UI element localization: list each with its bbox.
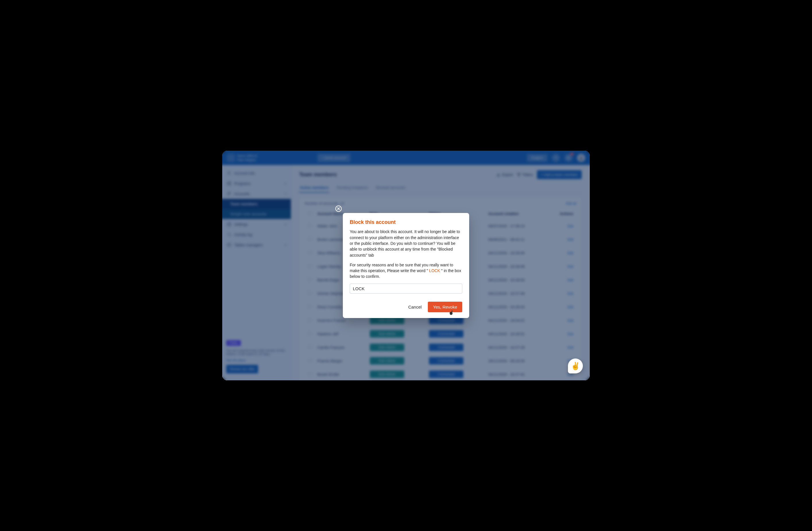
revoke-button[interactable]: Yes, Revoke [428, 302, 462, 312]
modal-paragraph-2: For security reasons and to be sure that… [350, 262, 462, 280]
modal-paragraph-1: You are about to block this account. It … [350, 229, 462, 258]
modal-lock-word: LOCK [429, 268, 440, 273]
lock-confirm-input[interactable] [350, 284, 462, 294]
cancel-button[interactable]: Cancel [406, 302, 424, 312]
help-fab[interactable]: ✌️ [568, 358, 583, 373]
app-frame: Demo SIRH & Paie Intégrés + Quick accoun… [222, 151, 590, 380]
modal-overlay[interactable]: Block this account You are about to bloc… [222, 151, 590, 380]
modal-title: Block this account [350, 219, 462, 225]
block-account-modal: Block this account You are about to bloc… [343, 213, 469, 318]
close-modal-button[interactable] [335, 205, 342, 212]
fab-emoji-icon: ✌️ [571, 362, 580, 371]
modal-actions: Cancel Yes, Revoke [350, 302, 462, 312]
